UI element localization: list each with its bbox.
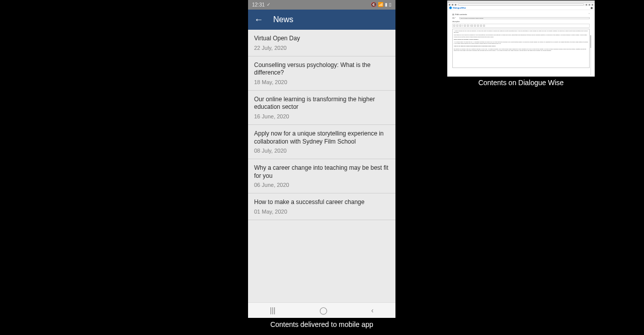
mobile-screenshot: 12:31 ✓ 🔇 📶 ▮ ▯ ← News Virtual Open Day …: [248, 0, 395, 318]
nav-back-button[interactable]: ‹: [371, 306, 374, 314]
item-date: 18 May, 2020: [254, 79, 389, 85]
item-date: 22 July, 2020: [254, 45, 389, 51]
separator: [462, 25, 463, 27]
image-icon[interactable]: [480, 25, 482, 27]
list-item[interactable]: How to make a successful career change 0…: [248, 193, 395, 220]
android-nav-bar: ||| ◯ ‹: [248, 302, 395, 318]
embed-icon[interactable]: [483, 25, 485, 27]
item-title: Virtual Open Day: [254, 35, 389, 43]
scrollbar[interactable]: [590, 35, 591, 76]
body-paragraph: A career change can be a form of necessi…: [454, 30, 588, 33]
document-icon: ▤: [452, 13, 454, 16]
item-date: 16 June, 2020: [254, 113, 389, 119]
app-bar: ← News: [248, 10, 395, 30]
browser-screenshot: DialogueWise ▤ Edit contents × title * H…: [447, 1, 595, 77]
browser-caption: Contents on Dialogue Wise: [447, 79, 595, 87]
nav-forward-icon[interactable]: [452, 4, 453, 6]
item-title: How to make a successful career change: [254, 198, 389, 207]
nav-back-icon[interactable]: [449, 4, 450, 6]
format-icon[interactable]: [467, 25, 469, 27]
edit-panel: ▤ Edit contents × title * How to make a …: [447, 10, 595, 77]
item-title: Apply now for a unique storytelling expe…: [254, 130, 389, 146]
reload-icon[interactable]: [455, 4, 456, 6]
item-date: 08 July, 2020: [254, 148, 389, 154]
menu-icon[interactable]: [592, 4, 593, 6]
item-title: Why a career change into teaching may be…: [254, 164, 389, 180]
item-date: 01 May, 2020: [254, 209, 389, 215]
numbered-list-icon[interactable]: [474, 25, 476, 27]
panel-title: ▤ Edit contents: [452, 13, 590, 16]
mobile-caption: Contents delivered to mobile app: [248, 320, 395, 328]
news-list[interactable]: Virtual Open Day 22 July, 2020 Counselli…: [248, 30, 395, 302]
list-item[interactable]: Our online learning is transforming the …: [248, 91, 395, 125]
brand-name: DialogueWise: [453, 7, 466, 9]
page-title: News: [273, 15, 293, 24]
body-paragraph: As a career coach: It's about the pull. …: [454, 41, 588, 44]
check-icon: ✓: [267, 3, 271, 7]
body-paragraph: Be positive: as change is the only const…: [454, 48, 588, 51]
list-item[interactable]: Virtual Open Day 22 July, 2020: [248, 30, 395, 56]
body-heading: How do you adjust to change when startin…: [454, 45, 588, 47]
home-button[interactable]: ◯: [319, 306, 328, 314]
list-item[interactable]: Why a career change into teaching may be…: [248, 159, 395, 193]
item-date: 06 June, 2020: [254, 182, 389, 188]
status-time: 12:31: [252, 2, 265, 8]
scrollbar-thumb[interactable]: [590, 35, 591, 48]
body-paragraph: The choice of a new career will depend o…: [454, 34, 588, 37]
mute-icon: 🔇: [371, 3, 376, 7]
battery-icon: ▯: [389, 3, 391, 7]
list-item[interactable]: Apply now for a unique storytelling expe…: [248, 125, 395, 159]
item-title: Our online learning is transforming the …: [254, 96, 389, 111]
app-header: DialogueWise: [447, 6, 595, 10]
title-label: title *: [452, 17, 457, 19]
link-icon[interactable]: [477, 25, 479, 27]
avatar[interactable]: [591, 7, 593, 9]
tab-icon: [448, 2, 449, 3]
close-icon[interactable]: ×: [589, 12, 590, 15]
description-label: description: [452, 21, 590, 23]
back-button[interactable]: ←: [252, 13, 265, 27]
list-icon[interactable]: [471, 25, 473, 27]
editor-toolbar: [452, 24, 590, 28]
wifi-icon: 📶: [378, 3, 383, 7]
logo-icon: [449, 7, 452, 9]
status-bar: 12:31 ✓ 🔇 📶 ▮ ▯: [248, 0, 395, 10]
list-item[interactable]: Counselling versus psychology: What is t…: [248, 56, 395, 91]
underline-icon[interactable]: [456, 25, 458, 27]
extension-icon[interactable]: [586, 4, 587, 6]
url-field[interactable]: [458, 4, 584, 6]
recent-apps-button[interactable]: |||: [270, 306, 276, 314]
profile-icon[interactable]: [589, 4, 590, 6]
strike-icon[interactable]: [464, 25, 466, 27]
body-heading: When should you consider a career change…: [454, 39, 588, 40]
italic-icon[interactable]: [459, 25, 461, 27]
bold-icon[interactable]: [453, 25, 455, 27]
item-title: Counselling versus psychology: What is t…: [254, 61, 389, 77]
description-editor[interactable]: A career change can be a form of necessi…: [452, 29, 590, 68]
title-input[interactable]: How to make a successful career change: [459, 17, 590, 19]
signal-icon: ▮: [385, 3, 387, 7]
separator: [470, 25, 470, 27]
